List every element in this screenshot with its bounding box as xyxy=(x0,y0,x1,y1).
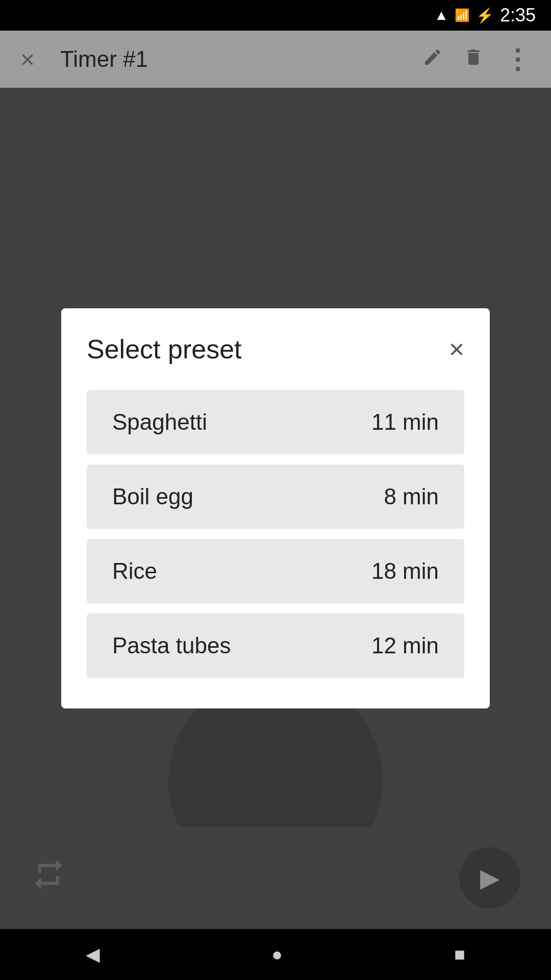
preset-item[interactable]: Spaghetti11 min xyxy=(87,390,464,454)
preset-duration: 11 min xyxy=(371,409,439,435)
nav-bar: ◀ ● ■ xyxy=(0,929,551,980)
recent-button[interactable]: ■ xyxy=(454,944,465,965)
dialog-close-button[interactable]: × xyxy=(449,336,464,362)
status-icons: ▲ 📶 ⚡ 2:35 xyxy=(434,5,536,26)
status-bar: ▲ 📶 ⚡ 2:35 xyxy=(0,0,551,31)
edit-button[interactable] xyxy=(417,42,448,77)
battery-icon: ⚡ xyxy=(476,7,494,24)
signal-icon: 📶 xyxy=(455,8,470,22)
home-button[interactable]: ● xyxy=(271,944,283,965)
dialog-title: Select preset xyxy=(87,334,242,364)
preset-duration: 18 min xyxy=(371,558,439,584)
preset-list: Spaghetti11 minBoil egg8 minRice18 minPa… xyxy=(87,390,464,678)
preset-name: Boil egg xyxy=(112,484,193,509)
preset-item[interactable]: Pasta tubes12 min xyxy=(87,614,464,678)
modal-overlay: Select preset × Spaghetti11 minBoil egg8… xyxy=(0,88,551,929)
preset-dialog: Select preset × Spaghetti11 minBoil egg8… xyxy=(61,308,490,708)
background-content: ▶ Select preset × Spaghetti11 minBoil eg… xyxy=(0,88,551,929)
dialog-header: Select preset × xyxy=(87,334,464,364)
more-options-button[interactable]: ⋮ xyxy=(499,39,536,80)
back-button[interactable]: ◀ xyxy=(86,944,100,965)
delete-button[interactable] xyxy=(458,42,489,77)
preset-item[interactable]: Boil egg8 min xyxy=(87,464,464,529)
preset-duration: 12 min xyxy=(371,633,439,658)
app-toolbar: × Timer #1 ⋮ xyxy=(0,31,551,88)
status-time: 2:35 xyxy=(500,5,536,26)
preset-name: Rice xyxy=(112,558,157,584)
preset-item[interactable]: Rice18 min xyxy=(87,539,464,603)
close-button[interactable]: × xyxy=(15,40,40,79)
page-title: Timer #1 xyxy=(60,46,407,72)
preset-duration: 8 min xyxy=(384,484,439,509)
preset-name: Pasta tubes xyxy=(112,633,231,658)
wifi-icon: ▲ xyxy=(434,7,448,23)
preset-name: Spaghetti xyxy=(112,409,207,435)
